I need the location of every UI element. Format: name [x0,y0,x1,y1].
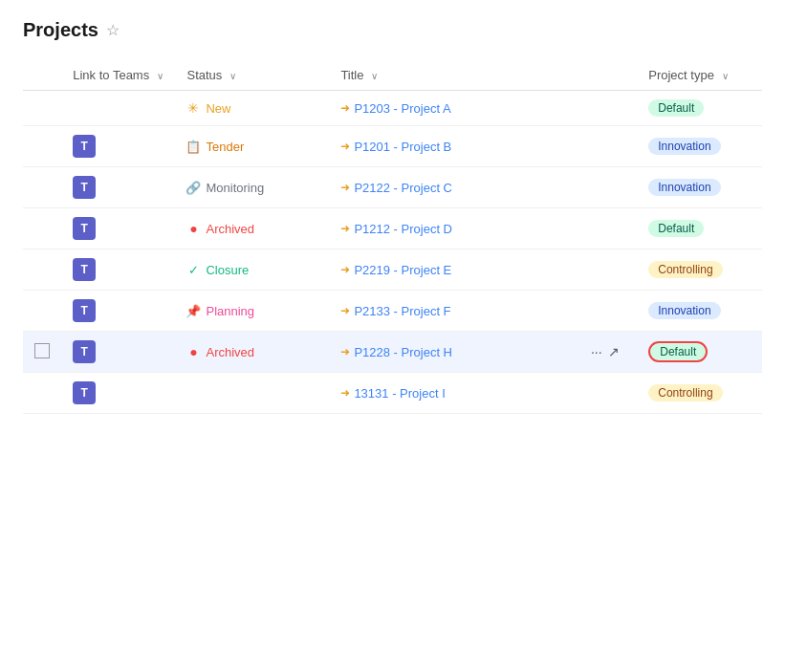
status-label: Tender [206,140,244,154]
col-header-title[interactable]: Title ∨ [329,60,578,91]
row-title[interactable]: ➜ P1203 - Project A [329,91,578,126]
row-title[interactable]: ➜ P2219 - Project E [329,249,578,291]
title-text[interactable]: P1203 - Project A [354,101,450,116]
row-checkbox[interactable] [23,167,61,208]
row-checkbox[interactable] [23,208,61,249]
table-row[interactable]: T ➜ 13131 - Project I Controlling [23,373,762,414]
row-project-type: Controlling [637,249,762,291]
project-type-badge: Innovation [648,302,720,319]
table-row[interactable]: ✳ New ➜ P1203 - Project A Default [23,91,762,126]
title-cell: ➜ P2219 - Project E [340,263,567,277]
row-actions [579,291,637,332]
row-actions [579,126,637,167]
teams-sort-icon: ∨ [157,71,164,81]
title-text[interactable]: P1228 - Project H [354,345,452,359]
teams-icon: T [73,381,96,404]
table-row[interactable]: T 🔗 Monitoring ➜ P2122 - Project C Innov… [23,167,762,208]
row-status[interactable]: 🔗 Monitoring [175,167,329,208]
row-status[interactable]: ● Archived [175,208,329,249]
row-status[interactable]: 📋 Tender [175,126,329,167]
table-row[interactable]: T 📌 Planning ➜ P2133 - Project F Innovat… [23,291,762,332]
row-title[interactable]: ➜ P1212 - Project D [329,208,578,249]
title-cell: ➜ P1201 - Project B [340,140,567,154]
row-checkbox[interactable] [23,373,61,414]
row-project-type: Innovation [637,167,762,208]
status-icon: ● [186,345,200,358]
row-checkbox[interactable] [23,126,61,167]
col-header-status[interactable]: Status ∨ [175,60,329,91]
row-teams: T [61,167,175,208]
title-arrow-icon: ➜ [340,345,350,358]
row-status[interactable]: ✳ New [175,91,329,126]
col-header-teams[interactable]: Link to Teams ∨ [61,60,175,91]
table-body: ✳ New ➜ P1203 - Project A DefaultT 📋 Ten… [23,91,762,414]
row-actions [579,208,637,249]
row-teams: T [61,291,175,332]
table-row[interactable]: T ● Archived ➜ P1212 - Project D Default [23,208,762,249]
row-title[interactable]: ➜ P2122 - Project C [329,167,578,208]
title-text[interactable]: 13131 - Project I [354,386,445,401]
row-checkbox[interactable] [23,91,61,126]
status-label: Archived [206,222,254,236]
title-text[interactable]: P2219 - Project E [354,263,451,277]
title-arrow-icon: ➜ [340,140,350,153]
title-cell: ➜ P2133 - Project F [340,304,567,318]
share-icon[interactable]: ↗ [608,344,620,359]
row-title[interactable]: ➜ P2133 - Project F [329,291,578,332]
row-project-type: Controlling [637,373,762,414]
project-type-badge: Innovation [648,179,720,196]
title-arrow-icon: ➜ [340,101,350,115]
teams-icon: T [73,299,96,322]
title-cell: ➜ P1228 - Project H [340,345,567,359]
title-text[interactable]: P2133 - Project F [354,304,450,318]
col-header-checkbox [23,60,61,91]
title-text[interactable]: P1212 - Project D [354,222,452,236]
row-status[interactable]: ● Archived [175,332,329,373]
project-type-badge: Default [648,99,704,117]
row-status[interactable] [175,373,329,414]
row-teams: T [61,332,175,373]
title-arrow-icon: ➜ [340,181,350,194]
status-cell: ● Archived [186,345,317,359]
teams-icon: T [73,258,96,281]
table-row[interactable]: T 📋 Tender ➜ P1201 - Project B Innovatio… [23,126,762,167]
row-title[interactable]: ➜ P1201 - Project B [329,126,578,167]
table-row[interactable]: T ✓ Closure ➜ P2219 - Project E Controll… [23,249,762,291]
title-sort-icon: ∨ [371,71,378,81]
checkbox-icon[interactable] [34,343,50,358]
status-cell: ✓ Closure [186,263,317,277]
title-text[interactable]: P1201 - Project B [354,140,451,154]
title-cell: ➜ P1212 - Project D [340,222,567,236]
row-actions [579,249,637,291]
status-icon: ✳ [186,101,200,115]
row-checkbox[interactable] [23,249,61,291]
teams-icon: T [73,135,96,158]
title-cell: ➜ 13131 - Project I [340,386,567,401]
row-status[interactable]: 📌 Planning [175,291,329,332]
row-title[interactable]: ➜ 13131 - Project I [329,373,578,414]
title-arrow-icon: ➜ [340,304,350,317]
teams-icon: T [73,176,96,199]
table-row[interactable]: T ● Archived ➜ P1228 - Project H ··· ↗ D… [23,332,762,373]
row-teams: T [61,126,175,167]
status-label: Closure [206,263,249,277]
row-status[interactable]: ✓ Closure [175,249,329,291]
status-icon: ● [186,222,200,235]
status-label: Monitoring [206,181,264,195]
title-cell: ➜ P2122 - Project C [340,181,567,195]
more-options-icon[interactable]: ··· [591,344,602,359]
row-checkbox[interactable] [23,291,61,332]
row-title[interactable]: ➜ P1228 - Project H [329,332,578,373]
projects-table: Link to Teams ∨ Status ∨ Title ∨ Project… [23,60,762,414]
row-actions: ··· ↗ [579,332,637,373]
teams-icon: T [73,340,96,363]
project-type-badge: Default [648,220,704,237]
star-icon[interactable]: ☆ [106,21,120,39]
col-header-type[interactable]: Project type ∨ [637,60,762,91]
title-text[interactable]: P2122 - Project C [354,181,452,195]
project-type-badge: Controlling [648,384,722,401]
row-project-type: Default [637,91,762,126]
row-checkbox[interactable] [23,332,61,373]
type-sort-icon: ∨ [722,71,729,81]
status-icon: 🔗 [186,181,200,194]
